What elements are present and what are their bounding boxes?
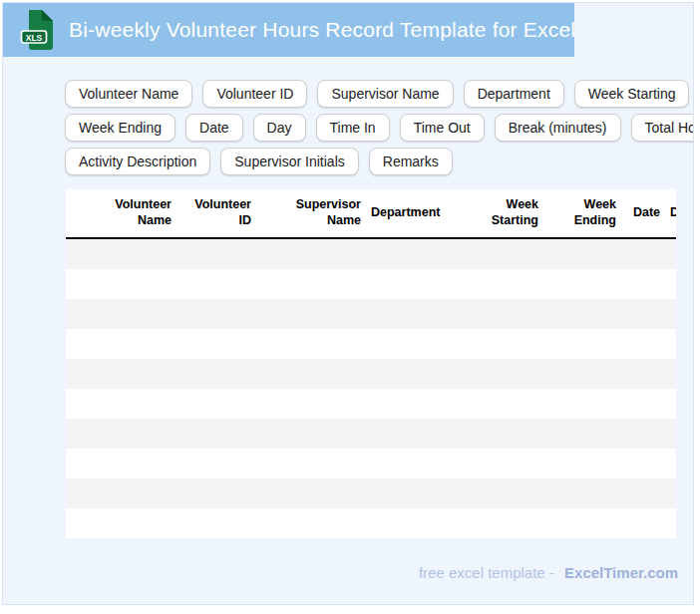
footer-credit: free excel template - ExcelTimer.com — [419, 564, 678, 581]
table-cell — [622, 299, 664, 329]
table-cell — [66, 329, 177, 359]
chip-volunteer-id[interactable]: Volunteer ID — [202, 80, 307, 108]
chip-time-in[interactable]: Time In — [316, 114, 390, 142]
column-chip-list: Volunteer Name Volunteer ID Supervisor N… — [65, 80, 679, 181]
table-cell — [622, 329, 664, 359]
footer-tagline: free excel template - — [419, 564, 554, 581]
table-cell — [461, 449, 544, 478]
col-header-week-ending: Week Ending — [544, 189, 622, 238]
table-cell — [177, 508, 257, 538]
chip-supervisor-initials[interactable]: Supervisor Initials — [220, 148, 359, 175]
table-row — [66, 419, 676, 449]
table-cell — [664, 508, 676, 538]
table-cell — [622, 419, 664, 449]
table-cell — [544, 238, 622, 269]
table-row — [66, 508, 676, 538]
table-cell — [177, 329, 257, 359]
chip-break-minutes[interactable]: Break (minutes) — [495, 114, 621, 142]
table-cell — [367, 419, 461, 449]
table-cell — [461, 389, 544, 419]
table-cell — [367, 269, 461, 299]
col-header-date: Date — [622, 189, 664, 238]
xls-file-icon: XLS — [20, 9, 56, 51]
table-cell — [664, 329, 676, 359]
chip-row: Volunteer Name Volunteer ID Supervisor N… — [65, 80, 679, 108]
chip-activity-description[interactable]: Activity Description — [65, 148, 210, 175]
table-cell — [461, 478, 544, 508]
table-cell — [622, 449, 664, 478]
table-cell — [664, 359, 676, 389]
table-cell — [544, 329, 622, 359]
table-row — [66, 449, 676, 478]
footer-brand-link[interactable]: ExcelTimer.com — [564, 564, 678, 581]
table-cell — [257, 238, 367, 269]
xls-icon-label: XLS — [26, 33, 43, 43]
table-cell — [461, 329, 544, 359]
chip-row: Week Ending Date Day Time In Time Out Br… — [65, 114, 679, 142]
table-cell — [664, 449, 676, 478]
table-cell — [177, 269, 257, 299]
table-cell — [622, 478, 664, 508]
chip-volunteer-name[interactable]: Volunteer Name — [65, 80, 192, 108]
col-header-supervisor-name: Supervisor Name — [257, 189, 367, 238]
table-cell — [622, 238, 664, 269]
table-cell — [544, 389, 622, 419]
table-row — [66, 299, 676, 329]
table-cell — [461, 508, 544, 538]
chip-total-hours[interactable]: Total Hours — [631, 114, 694, 142]
table-cell — [461, 419, 544, 449]
table-cell — [622, 389, 664, 419]
table-cell — [66, 419, 177, 449]
table-cell — [257, 389, 367, 419]
table-cell — [544, 478, 622, 508]
table-cell — [461, 359, 544, 389]
table-cell — [66, 449, 177, 478]
table-cell — [257, 359, 367, 389]
table-cell — [66, 478, 177, 508]
table-cell — [622, 359, 664, 389]
chip-week-ending[interactable]: Week Ending — [65, 114, 175, 142]
table-row — [66, 359, 676, 389]
table-cell — [257, 478, 367, 508]
table-cell — [461, 238, 544, 269]
table-cell — [257, 329, 367, 359]
table-cell — [367, 359, 461, 389]
header-bar: XLS Bi-weekly Volunteer Hours Record Tem… — [3, 3, 574, 57]
table-cell — [177, 478, 257, 508]
col-header-week-starting: Week Starting — [461, 189, 544, 238]
table-row — [66, 329, 676, 359]
table-cell — [544, 508, 622, 538]
chip-supervisor-name[interactable]: Supervisor Name — [317, 80, 453, 108]
table-cell — [544, 419, 622, 449]
table-cell — [257, 508, 367, 538]
table-cell — [66, 359, 177, 389]
table-cell — [544, 359, 622, 389]
chip-day[interactable]: Day — [253, 114, 306, 142]
table-cell — [664, 389, 676, 419]
chip-remarks[interactable]: Remarks — [369, 148, 453, 175]
table-cell — [177, 449, 257, 478]
table-cell — [177, 419, 257, 449]
table-cell — [544, 299, 622, 329]
table-cell — [664, 478, 676, 508]
table-cell — [177, 238, 257, 269]
table-cell — [257, 269, 367, 299]
table-body — [66, 238, 676, 538]
chip-week-starting[interactable]: Week Starting — [574, 80, 690, 108]
chip-time-out[interactable]: Time Out — [400, 114, 485, 142]
chip-row: Activity Description Supervisor Initials… — [65, 148, 679, 175]
chip-department[interactable]: Department — [464, 80, 564, 108]
table-header: Volunteer Name Volunteer ID Supervisor N… — [66, 189, 676, 238]
table-cell — [367, 449, 461, 478]
table-row — [66, 269, 676, 299]
table-cell — [66, 299, 177, 329]
table-cell — [177, 389, 257, 419]
table-cell — [367, 238, 461, 269]
table-cell — [664, 238, 676, 269]
table-row — [66, 478, 676, 508]
table-cell — [544, 449, 622, 478]
table-row — [66, 238, 676, 269]
col-header-department: Department — [367, 189, 461, 238]
table-cell — [367, 478, 461, 508]
chip-date[interactable]: Date — [185, 114, 243, 142]
